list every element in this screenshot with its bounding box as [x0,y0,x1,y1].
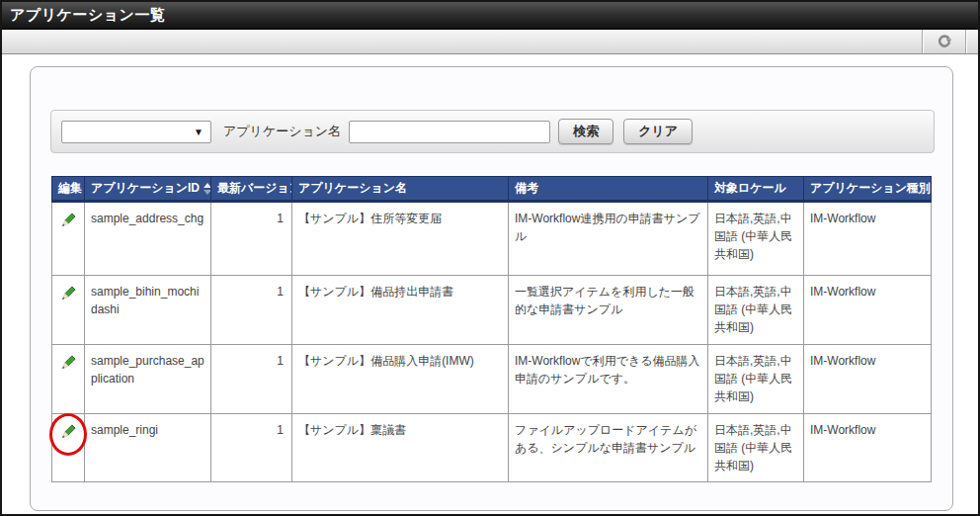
table-row: sample_ringi 1 【サンプル】稟議書 ファイルアップロードアイテムが… [52,414,932,482]
edit-button-highlighted[interactable] [59,423,77,441]
table-row: sample_address_chg 1 【サンプル】住所等変更届 IM-Wor… [52,202,932,276]
pencil-icon [60,212,77,228]
cell-note: 一覧選択アイテムを利用した一般的な申請書サンプル [509,276,708,345]
cell-note: IM-Workflow連携用の申請書サンプル [509,202,708,276]
application-name-label: アプリケーション名 [223,123,341,140]
page-titlebar: アプリケーション一覧 [2,2,978,30]
refresh-button[interactable] [922,30,966,53]
cell-locale: 日本語,英語,中国語 (中華人民共和国) [708,345,804,414]
search-button[interactable]: 検索 [558,119,613,144]
cell-application-type: IM-Workflow [804,276,932,345]
application-table: 編集 アプリケーションID 最新バージョン アプリケーション名 備考 対象ロケー… [51,176,932,482]
cell-version: 1 [211,276,292,345]
cell-application-type: IM-Workflow [804,202,932,276]
edit-button[interactable] [59,285,77,302]
sort-icon[interactable] [204,183,211,195]
cell-locale: 日本語,英語,中国語 (中華人民共和国) [708,276,804,345]
cell-application-name: 【サンプル】備品購入申請(IMW) [292,345,509,414]
table-row: sample_bihin_mochidashi 1 【サンプル】備品持出申請書 … [52,276,932,345]
cell-application-name: 【サンプル】備品持出申請書 [292,276,509,345]
edit-button[interactable] [59,354,77,372]
table-row: sample_purchase_application 1 【サンプル】備品購入… [52,345,932,414]
cell-locale: 日本語,英語,中国語 (中華人民共和国) [708,414,804,482]
column-header-application-type[interactable]: アプリケーション種別 [804,177,932,202]
content-panel: ▼ アプリケーション名 検索 クリア 編集 アプリケーションID 最新バージョン [30,66,953,511]
chevron-down-icon: ▼ [194,127,204,137]
cell-locale: 日本語,英語,中国語 (中華人民共和国) [708,202,804,276]
toolbar-end-spacer [966,30,978,53]
cell-application-name: 【サンプル】稟議書 [292,414,509,482]
search-type-select[interactable]: ▼ [61,121,211,143]
cell-application-id: sample_address_chg [85,202,211,276]
cell-note: IM-Workflowで利用できる備品購入申請のサンプルです。 [509,345,708,414]
clear-button[interactable]: クリア [623,119,693,144]
cell-application-id: sample_bihin_mochidashi [85,276,211,345]
application-list-page: { "header": { "title": "アプリケーション一覧" }, "… [0,0,980,516]
cell-application-name: 【サンプル】住所等変更届 [292,202,509,276]
cell-version: 1 [211,202,292,276]
column-header-locale[interactable]: 対象ロケール [708,177,804,202]
application-name-input[interactable] [349,121,550,143]
refresh-icon [937,34,952,49]
search-bar: ▼ アプリケーション名 検索 クリア [50,110,935,153]
page-title: アプリケーション一覧 [10,6,165,25]
cell-application-type: IM-Workflow [804,414,932,482]
column-header-edit: 編集 [52,177,85,202]
column-header-note[interactable]: 備考 [509,177,708,202]
pencil-icon [60,354,77,371]
cell-version: 1 [211,345,292,414]
column-header-latest-version[interactable]: 最新バージョン [211,177,292,202]
cell-application-id: sample_ringi [85,414,211,482]
toolbar [2,30,978,54]
cell-version: 1 [211,414,292,482]
pencil-icon [60,285,77,301]
cell-application-id: sample_purchase_application [85,345,211,414]
table-header-row: 編集 アプリケーションID 最新バージョン アプリケーション名 備考 対象ロケー… [52,177,932,202]
column-header-application-name[interactable]: アプリケーション名 [292,177,509,202]
column-header-application-id[interactable]: アプリケーションID [85,177,211,202]
edit-button[interactable] [59,212,77,229]
cell-application-type: IM-Workflow [804,345,932,414]
cell-note: ファイルアップロードアイテムがある、シンプルな申請書サンプル [509,414,708,482]
pencil-icon [60,423,77,440]
